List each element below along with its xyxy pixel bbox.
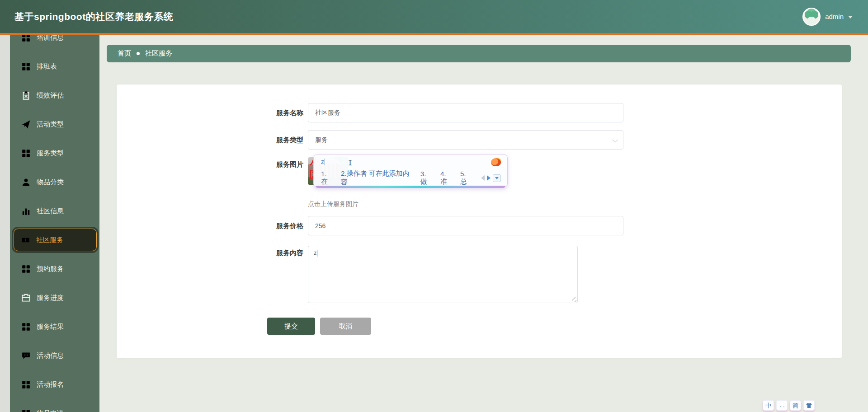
chat-icon: [22, 351, 30, 360]
user-menu[interactable]: admin: [802, 8, 853, 26]
clipboard-icon: [22, 91, 30, 100]
service-content-label: 服务内容: [267, 246, 303, 303]
sidebar-item-service-type[interactable]: 服务类型: [10, 146, 99, 160]
ticket-icon: [21, 236, 30, 244]
sidebar-item-label: 物品分类: [37, 178, 64, 187]
service-content-textarea[interactable]: z: [308, 246, 578, 303]
sidebar-item-item-category[interactable]: 物品分类: [10, 175, 99, 189]
ime-candidate[interactable]: 5.总: [460, 170, 472, 186]
briefcase-icon: [22, 294, 30, 302]
sidebar-item-label: 物品申请: [37, 409, 64, 412]
avatar[interactable]: [802, 8, 821, 26]
sidebar-item-booking-service[interactable]: 预约服务: [10, 262, 99, 276]
shirt-icon: [806, 403, 812, 408]
sidebar-item-label: 服务结果: [37, 323, 64, 331]
chevron-down-icon: [848, 16, 853, 19]
breadcrumb: 首页 社区服务: [107, 45, 851, 62]
sidebar-item-activity-type[interactable]: 活动类型: [10, 117, 99, 131]
breadcrumb-dot-icon: [137, 52, 140, 55]
ime-more-button[interactable]: [493, 174, 501, 182]
ime-prev-page-icon[interactable]: [481, 175, 485, 181]
app-title: 基于springboot的社区养老服务系统: [14, 10, 173, 23]
service-type-select[interactable]: [308, 130, 623, 150]
main-content: 首页 社区服务 服务名称 服务类型 服务图片: [99, 35, 868, 412]
service-price-row: 服务价格: [267, 216, 842, 235]
sidebar-item-community-info[interactable]: 社区信息: [10, 204, 99, 218]
sidebar-nav: 培训信息 排班表 绩效评估 活动类型 服务类型 物品分类: [10, 35, 99, 412]
service-form-card: 服务名称 服务类型 服务图片 小区: [117, 84, 842, 358]
cancel-button[interactable]: 取消: [320, 318, 371, 335]
chevron-down-icon: [495, 177, 499, 179]
sidebar-item-item-application[interactable]: 物品申请: [10, 407, 99, 412]
sidebar-item-label: 预约服务: [37, 265, 64, 273]
service-price-input[interactable]: [308, 216, 623, 235]
ime-caret: [325, 159, 325, 165]
sidebar-item-performance-eval[interactable]: 绩效评估: [10, 89, 99, 102]
ime-candidate[interactable]: 2.操作者 可在此添加内容: [341, 169, 412, 187]
ime-status-toolbar: 中 。, 简: [763, 400, 815, 411]
submit-button[interactable]: 提交: [267, 318, 315, 335]
sidebar-item-label: 服务类型: [37, 149, 64, 158]
grid-icon: [22, 380, 30, 389]
sidebar-item-service-progress[interactable]: 服务进度: [10, 291, 99, 304]
ime-candidate-popup: z I 1.在 2.操作者 可在此添加内容 3.做 4.准 5.总: [313, 154, 508, 187]
breadcrumb-current: 社区服务: [145, 49, 172, 58]
sidebar-item-schedule[interactable]: 排班表: [10, 60, 99, 73]
breadcrumb-home[interactable]: 首页: [118, 49, 131, 58]
sidebar-item-label: 排班表: [37, 62, 57, 71]
ime-candidate[interactable]: 1.在: [321, 170, 333, 186]
ime-candidate[interactable]: 4.准: [440, 170, 452, 186]
ime-skin-button[interactable]: [803, 400, 815, 411]
service-type-row: 服务类型: [267, 130, 842, 150]
upload-tip: 点击上传服务图片: [308, 200, 393, 208]
sidebar-item-label: 社区信息: [37, 207, 64, 215]
grid-icon: [22, 409, 30, 412]
sidebar-item-service-result[interactable]: 服务结果: [10, 320, 99, 333]
sidebar-item-label: 社区服务: [36, 236, 63, 244]
sidebar-item-label: 活动报名: [37, 380, 64, 389]
grid-icon: [22, 323, 30, 331]
sidebar-item-community-service[interactable]: 社区服务: [14, 229, 97, 251]
service-name-row: 服务名称: [267, 103, 842, 122]
sidebar-item-label: 活动类型: [37, 120, 64, 129]
bar-chart-icon: [22, 207, 30, 215]
ime-next-page-icon[interactable]: [487, 175, 491, 181]
service-content-row: 服务内容 z: [267, 246, 842, 303]
sidebar-item-label: 绩效评估: [37, 91, 64, 100]
service-image-label: 服务图片: [267, 157, 303, 208]
paper-plane-icon: [22, 120, 30, 129]
service-price-label: 服务价格: [267, 216, 303, 235]
ime-simplified-toggle[interactable]: 简: [790, 400, 801, 411]
sidebar-item-label: 培训信息: [37, 35, 64, 42]
ime-candidate[interactable]: 3.做: [420, 170, 432, 186]
sidebar-item-activity-signup[interactable]: 活动报名: [10, 378, 99, 391]
left-edge-strip: [0, 35, 10, 412]
grid-icon: [22, 149, 30, 158]
username-label: admin: [825, 13, 844, 20]
grid-icon: [22, 62, 30, 71]
sidebar-item-label: 活动信息: [37, 351, 64, 360]
form-actions: 提交 取消: [267, 318, 842, 335]
grid-icon: [22, 35, 30, 42]
ibeam-cursor: I: [348, 159, 353, 167]
ime-emoji-icon[interactable]: [491, 158, 501, 166]
service-name-input[interactable]: [308, 103, 623, 122]
service-type-label: 服务类型: [267, 130, 303, 150]
sidebar-item-label: 服务进度: [37, 294, 64, 302]
ime-punct-toggle[interactable]: 。,: [776, 400, 788, 411]
person-icon: [22, 178, 30, 187]
ime-composition: z: [321, 158, 324, 165]
sidebar-item-training-info[interactable]: 培训信息: [10, 35, 99, 44]
service-name-label: 服务名称: [267, 103, 303, 122]
app-header: 基于springboot的社区养老服务系统 admin: [0, 0, 868, 33]
grid-icon: [22, 265, 30, 273]
ime-lang-toggle[interactable]: 中: [763, 400, 774, 411]
service-type-value[interactable]: [308, 130, 623, 150]
sidebar-item-activity-info[interactable]: 活动信息: [10, 349, 99, 362]
text-caret: [317, 250, 317, 257]
